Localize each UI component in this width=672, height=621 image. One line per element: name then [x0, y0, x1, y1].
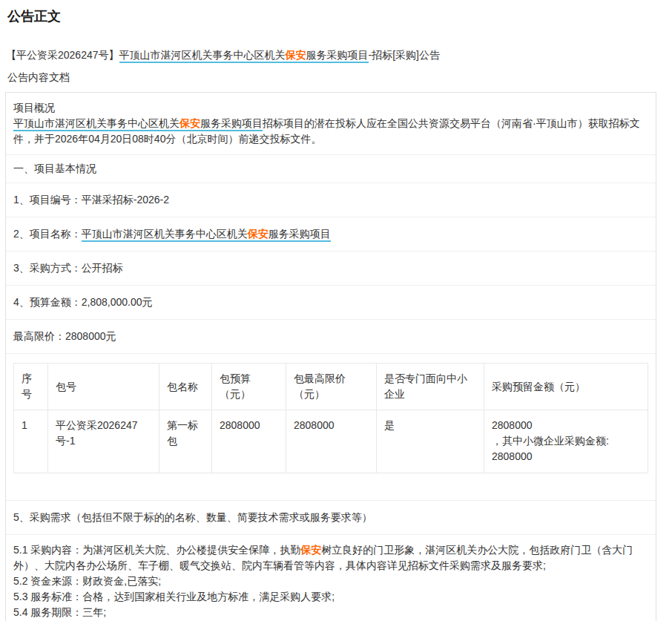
project-name-link[interactable]: 平顶山市湛河区机关事务中心区机关保安服务采购项目	[13, 117, 263, 131]
requirement-5-1-pre: 5.1 采购内容：为湛河区机关大院、办公楼提供安全保障，执勤	[13, 544, 300, 556]
requirement-5-3: 5.3 服务标准：合格，达到国家相关行业及地方标准，满足采购人要求;	[13, 589, 648, 605]
item-project-number: 1、项目编号：平湛采招标-2026-2	[6, 183, 656, 217]
announcement-title-line: 【平公资采2026247号】平顶山市湛河区机关事务中心区机关保安服务采购项目-招…	[6, 47, 656, 62]
item-project-name: 2、项目名称：平顶山市湛河区机关事务中心区机关保安服务采购项目	[6, 217, 656, 251]
announcement-page: 公告正文 【平公资采2026247号】平顶山市湛河区机关事务中心区机关保安服务采…	[0, 0, 672, 621]
packages-table: 序 号 包号 包名称 包预算 （元） 包最高限价 （元） 是否专门面向中小 企业…	[13, 363, 648, 473]
cell-package-max-price: 2808000	[286, 410, 377, 473]
keyword-highlight: 保安	[248, 228, 269, 240]
header-package-budget: 包预算 （元）	[212, 364, 286, 410]
project-name-link[interactable]: 平顶山市湛河区机关事务中心区机关保安服务采购项目	[119, 49, 369, 63]
cell-reserved-amount: 2808000 ，其中小微企业采购金额: 2808000	[484, 410, 648, 473]
requirement-5-1: 5.1 采购内容：为湛河区机关大院、办公楼提供安全保障，执勤保安树立良好的门卫形…	[13, 542, 648, 574]
title-suffix: -招标[采购]公告	[369, 49, 440, 61]
item-project-name-label: 2、项目名称：	[13, 228, 82, 240]
overview-heading: 项目概况	[13, 100, 648, 116]
header-sme-oriented: 是否专门面向中小 企业	[377, 364, 484, 410]
item-budget-amount: 4、预算金额：2,808,000.00元	[6, 285, 656, 319]
header-package-name: 包名称	[159, 364, 212, 410]
table-header-row: 序 号 包号 包名称 包预算 （元） 包最高限价 （元） 是否专门面向中小 企业…	[14, 364, 648, 410]
overview-paragraph: 平顶山市湛河区机关事务中心区机关保安服务采购项目招标项目的潜在投标人应在全国公共…	[13, 116, 648, 147]
header-package-max-price: 包最高限价 （元）	[286, 364, 377, 410]
doc-number: 【平公资采2026247号】	[6, 49, 119, 61]
section-packages-table: 序 号 包号 包名称 包预算 （元） 包最高限价 （元） 是否专门面向中小 企业…	[6, 353, 656, 500]
requirement-5-2: 5.2 资金来源：财政资金,已落实;	[13, 574, 648, 589]
item-procurement-method: 3、采购方式：公开招标	[6, 251, 656, 285]
cell-package-budget: 2808000	[212, 410, 286, 473]
section-requirements-details: 5.1 采购内容：为湛河区机关大院、办公楼提供安全保障，执勤保安树立良好的门卫形…	[6, 534, 656, 621]
project-name-pre: 平顶山市湛河区机关事务中心区机关	[119, 49, 286, 61]
doc-subtitle: 公告内容文档	[7, 71, 656, 85]
project-name-link[interactable]: 平顶山市湛河区机关事务中心区机关保安服务采购项目	[82, 228, 331, 242]
header-reserved-amount: 采购预留金额（元）	[484, 364, 648, 410]
cell-sme-oriented: 是	[377, 410, 484, 473]
header-seq: 序 号	[14, 364, 48, 410]
section-requirements-heading: 5、采购需求（包括但不限于标的的名称、数量、简要技术需求或服务要求等）	[6, 500, 656, 534]
project-name-post: 服务采购项目	[200, 117, 263, 129]
cell-package-number: 平公资采2026247 号-1	[48, 410, 159, 473]
item-max-price: 最高限价：2808000元	[6, 319, 656, 353]
page-title: 公告正文	[7, 7, 656, 25]
table-row: 1 平公资采2026247 号-1 第一标 包 2808000 2808000 …	[14, 410, 648, 473]
keyword-highlight: 保安	[179, 117, 200, 129]
keyword-highlight: 保安	[286, 49, 306, 61]
keyword-highlight: 保安	[300, 544, 321, 556]
announcement-panel: 项目概况 平顶山市湛河区机关事务中心区机关保安服务采购项目招标项目的潜在投标人应…	[5, 92, 656, 621]
section-basic-heading: 一、项目基本情况	[6, 154, 656, 183]
cell-seq: 1	[14, 410, 48, 473]
project-name-post: 服务采购项目	[306, 49, 369, 61]
project-name-pre: 平顶山市湛河区机关事务中心区机关	[82, 228, 248, 240]
cell-package-name: 第一标 包	[159, 410, 212, 473]
section-overview: 项目概况 平顶山市湛河区机关事务中心区机关保安服务采购项目招标项目的潜在投标人应…	[6, 93, 656, 154]
project-name-pre: 平顶山市湛河区机关事务中心区机关	[13, 117, 179, 129]
header-package-number: 包号	[48, 364, 159, 410]
project-name-post: 服务采购项目	[269, 228, 331, 240]
requirement-5-4: 5.4 服务期限：三年;	[13, 605, 648, 620]
